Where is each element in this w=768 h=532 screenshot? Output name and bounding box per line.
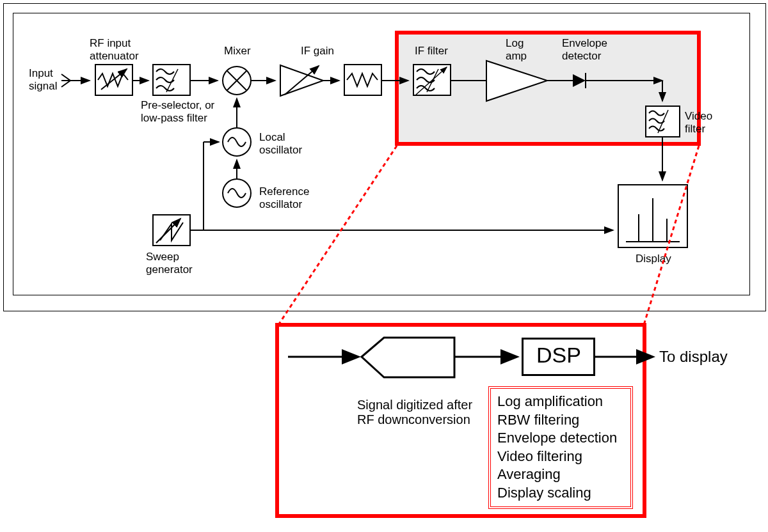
- dsp-label: DSP: [536, 343, 581, 368]
- video-filter-label: Video filter: [685, 110, 712, 136]
- input-signal-label: Input signal: [29, 67, 57, 93]
- sig-digitized-label: Signal digitized after RF downconversion: [357, 398, 472, 427]
- dsp-item: Video filtering: [497, 448, 624, 466]
- sweep-gen-box: [152, 214, 191, 246]
- rf-attenuator-box: [95, 64, 133, 96]
- local-osc-label: Local oscillator: [259, 131, 302, 157]
- adc-label: ADC: [389, 350, 435, 375]
- dsp-functions-list: Log amplification RBW filtering Envelope…: [490, 388, 631, 507]
- preselector-box: [152, 64, 191, 96]
- dsp-item: Display scaling: [497, 484, 624, 503]
- dsp-item: RBW filtering: [497, 411, 624, 430]
- display-box: [618, 184, 688, 248]
- if-gain-label: IF gain: [301, 45, 334, 58]
- dsp-item: Envelope detection: [497, 429, 624, 448]
- dsp-item: Averaging: [497, 465, 624, 484]
- preselector-label: Pre-selector, or low-pass filter: [141, 99, 214, 125]
- mixer-label: Mixer: [224, 45, 251, 58]
- if-filter-box: [413, 64, 451, 96]
- dsp-item: Log amplification: [497, 393, 624, 411]
- to-display-label: To display: [659, 348, 728, 366]
- if-gain-box: [344, 64, 382, 96]
- video-filter-box: [645, 106, 680, 137]
- display-label: Display: [636, 253, 671, 265]
- sweep-gen-label: Sweep generator: [146, 251, 193, 276]
- env-det-label: Envelope detector: [562, 37, 607, 63]
- rf-atten-label: RF input attenuator: [90, 37, 139, 63]
- if-filter-label: IF filter: [415, 45, 448, 58]
- log-amp-label: Log amp: [506, 37, 527, 63]
- ref-osc-label: Reference oscillator: [259, 185, 309, 211]
